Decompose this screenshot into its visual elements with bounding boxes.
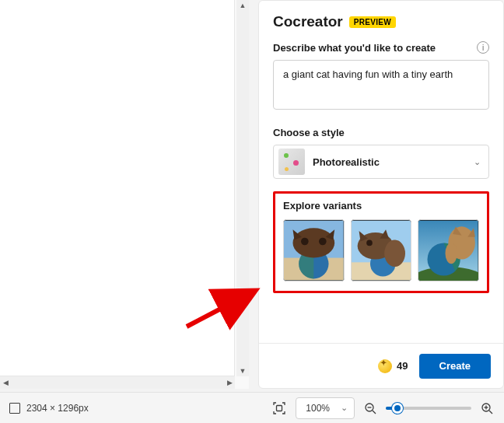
variant-thumb-3[interactable] xyxy=(418,219,479,281)
credit-coin-icon xyxy=(378,359,392,373)
fit-to-screen-icon[interactable] xyxy=(271,400,288,417)
canvas-size-label: 2304 × 1296px xyxy=(26,403,89,414)
svg-line-23 xyxy=(489,411,492,414)
style-dropdown[interactable]: Photorealistic ⌄ xyxy=(273,145,489,179)
horizontal-scrollbar[interactable]: ◀ ▶ xyxy=(0,376,235,389)
variant-thumb-1[interactable] xyxy=(283,219,345,281)
svg-rect-18 xyxy=(277,405,282,411)
svg-point-5 xyxy=(319,238,327,246)
credits-display: 49 xyxy=(378,359,408,373)
canvas-column: ▲ ▼ ◀ ▶ xyxy=(0,0,249,389)
cocreator-panel: Cocreator PREVIEW Describe what you'd li… xyxy=(258,0,504,389)
style-label: Choose a style xyxy=(273,127,345,138)
style-selected-label: Photorealistic xyxy=(313,156,466,168)
panel-footer: 49 Create xyxy=(259,343,503,388)
zoom-value-label: 100% xyxy=(306,403,330,414)
scroll-up-icon[interactable]: ▲ xyxy=(237,0,248,11)
svg-point-3 xyxy=(293,228,335,257)
panel-title: Cocreator xyxy=(273,13,343,30)
scroll-down-icon[interactable]: ▼ xyxy=(237,365,248,376)
status-bar: 2304 × 1296px 100% ⌄ xyxy=(0,392,504,423)
svg-point-11 xyxy=(366,240,373,246)
zoom-slider[interactable] xyxy=(386,407,471,410)
credits-value: 49 xyxy=(397,360,408,372)
create-button[interactable]: Create xyxy=(419,354,491,379)
prompt-input[interactable] xyxy=(273,60,489,110)
preview-badge: PREVIEW xyxy=(349,16,396,28)
svg-point-16 xyxy=(446,243,457,264)
explore-variants-section: Explore variants xyxy=(273,191,489,293)
variants-label: Explore variants xyxy=(283,200,479,212)
scroll-left-icon[interactable]: ◀ xyxy=(0,377,11,388)
chevron-down-icon: ⌄ xyxy=(341,403,348,413)
zoom-slider-thumb[interactable] xyxy=(392,403,403,414)
variant-thumb-2[interactable] xyxy=(351,219,412,281)
zoom-out-button[interactable] xyxy=(362,400,378,416)
svg-point-10 xyxy=(384,240,405,267)
svg-point-4 xyxy=(301,238,309,246)
chevron-down-icon: ⌄ xyxy=(474,157,481,167)
zoom-in-button[interactable] xyxy=(479,400,495,416)
zoom-dropdown[interactable]: 100% ⌄ xyxy=(296,397,355,419)
vertical-scrollbar[interactable]: ▲ ▼ xyxy=(236,0,249,376)
describe-label: Describe what you'd like to create xyxy=(273,42,436,54)
scroll-right-icon[interactable]: ▶ xyxy=(224,377,235,388)
style-thumb-icon xyxy=(278,149,305,175)
canvas-size-icon xyxy=(9,403,20,414)
info-icon[interactable]: i xyxy=(477,41,489,54)
canvas[interactable] xyxy=(0,0,235,376)
svg-line-20 xyxy=(373,411,376,414)
